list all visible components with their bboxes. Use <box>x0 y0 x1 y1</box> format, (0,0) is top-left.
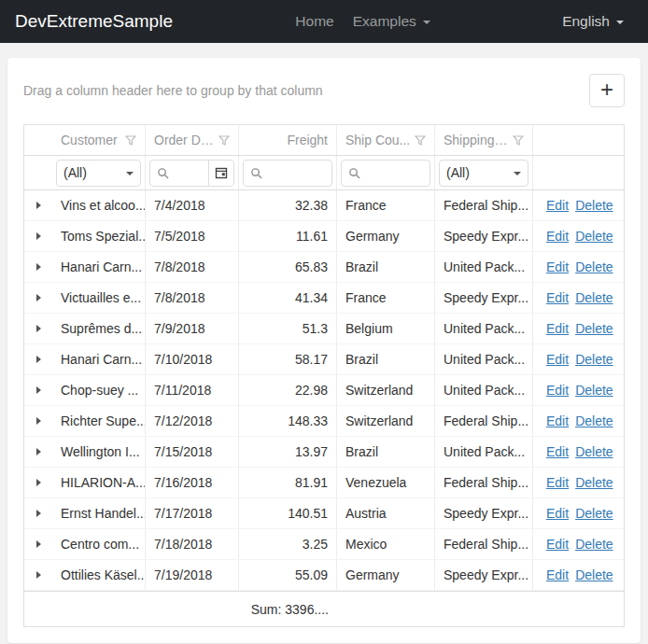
freight-cell: 65.83 <box>239 252 337 282</box>
delete-link[interactable]: Delete <box>575 537 613 552</box>
order-date-cell: 7/17/2018 <box>146 498 239 528</box>
row-actions: Edit Delete <box>533 498 624 528</box>
shipping-company-cell: Federal Ship... <box>435 529 533 559</box>
ship-country-filter-input[interactable] <box>341 160 430 187</box>
language-selector[interactable]: English <box>553 13 633 30</box>
calendar-icon[interactable] <box>208 161 233 186</box>
freight-cell: 13.97 <box>239 437 337 467</box>
row-actions: Edit Delete <box>533 560 624 590</box>
search-icon <box>348 167 360 179</box>
delete-link[interactable]: Delete <box>575 444 613 459</box>
shipping-company-cell: United Pack... <box>435 252 533 282</box>
ship-country-cell: Germany <box>337 560 435 590</box>
edit-link[interactable]: Edit <box>546 383 569 398</box>
column-header-shipping-company[interactable]: Shipping ... <box>435 125 533 155</box>
expand-row-icon[interactable] <box>36 325 41 332</box>
filter-icon[interactable] <box>513 135 524 146</box>
expand-row-icon[interactable] <box>36 263 41 271</box>
column-header-order-date[interactable]: Order Date <box>146 125 239 155</box>
delete-link[interactable]: Delete <box>575 383 613 398</box>
column-header-customer[interactable]: Customer <box>52 125 146 155</box>
edit-link[interactable]: Edit <box>546 352 569 367</box>
filter-icon[interactable] <box>218 135 230 146</box>
edit-link[interactable]: Edit <box>546 537 569 552</box>
delete-link[interactable]: Delete <box>575 413 613 428</box>
nav-item-home[interactable]: Home <box>286 13 343 30</box>
table-row: Victuailles e... 7/8/2018 41.34 France S… <box>24 283 624 314</box>
expand-row-icon[interactable] <box>36 417 41 425</box>
table-row: Ernst Handel... 7/17/2018 140.51 Austria… <box>24 498 624 529</box>
row-actions: Edit Delete <box>533 375 624 405</box>
expand-row-icon[interactable] <box>36 479 41 486</box>
edit-link[interactable]: Edit <box>546 506 569 521</box>
edit-link[interactable]: Edit <box>546 567 569 582</box>
table-row: Suprêmes d... 7/9/2018 51.3 Belgium Unit… <box>24 314 624 344</box>
search-icon <box>157 167 169 179</box>
filter-icon[interactable] <box>125 135 136 146</box>
ship-country-cell: Brazil <box>337 344 435 374</box>
navbar-menu: Home Examples <box>286 13 439 30</box>
expand-row-icon[interactable] <box>36 386 41 394</box>
delete-link[interactable]: Delete <box>575 290 613 305</box>
delete-link[interactable]: Delete <box>575 321 613 336</box>
filter-cell-freight <box>239 156 337 189</box>
expand-cell <box>24 252 52 282</box>
navbar-brand[interactable]: DevExtremeSample <box>15 11 173 32</box>
data-grid: Customer Order Date Freight Ship Cou... … <box>23 124 625 627</box>
freight-cell: 32.38 <box>239 190 337 220</box>
nav-item-examples[interactable]: Examples <box>344 13 440 30</box>
delete-link[interactable]: Delete <box>575 475 613 490</box>
delete-link[interactable]: Delete <box>575 567 613 582</box>
customer-cell: Toms Spezial... <box>52 221 146 251</box>
edit-link[interactable]: Edit <box>546 444 569 459</box>
expand-row-icon[interactable] <box>36 294 41 301</box>
customer-filter-select[interactable]: (All) <box>56 160 141 187</box>
customer-filter-value: (All) <box>63 165 87 180</box>
column-header-ship-country[interactable]: Ship Cou... <box>337 125 435 155</box>
order-date-cell: 7/15/2018 <box>146 437 239 467</box>
freight-cell: 148.33 <box>239 406 337 436</box>
expand-row-icon[interactable] <box>36 448 41 455</box>
shipping-filter-select[interactable]: (All) <box>439 160 528 187</box>
edit-link[interactable]: Edit <box>546 321 569 336</box>
delete-link[interactable]: Delete <box>575 352 613 367</box>
freight-sum-total: Sum: 3396.... <box>239 592 337 626</box>
expand-row-icon[interactable] <box>36 540 41 548</box>
expand-row-icon[interactable] <box>36 356 41 363</box>
delete-link[interactable]: Delete <box>575 198 613 213</box>
row-actions: Edit Delete <box>533 468 624 497</box>
edit-link[interactable]: Edit <box>546 198 569 213</box>
table-row: Centro com... 7/18/2018 3.25 Mexico Fede… <box>24 529 624 560</box>
order-date-cell: 7/12/2018 <box>146 406 239 436</box>
group-panel[interactable]: Drag a column header here to group by th… <box>23 83 323 98</box>
delete-link[interactable]: Delete <box>575 506 613 521</box>
expand-row-icon[interactable] <box>36 232 41 240</box>
ship-country-cell: Belgium <box>337 314 435 343</box>
freight-filter-input[interactable] <box>243 160 332 187</box>
expand-row-icon[interactable] <box>36 571 41 579</box>
edit-link[interactable]: Edit <box>546 290 569 305</box>
expand-row-icon[interactable] <box>36 510 41 517</box>
expand-cell <box>24 375 52 405</box>
row-actions: Edit Delete <box>533 437 624 467</box>
grid-toolbar: Drag a column header here to group by th… <box>23 74 625 107</box>
order-date-cell: 7/18/2018 <box>146 529 239 559</box>
customer-cell: Richter Supe... <box>52 406 146 436</box>
shipping-company-cell: United Pack... <box>435 437 533 467</box>
delete-link[interactable]: Delete <box>575 229 613 244</box>
edit-link[interactable]: Edit <box>546 413 569 428</box>
add-row-button[interactable]: + <box>589 74 625 107</box>
filter-cell-ship-country <box>337 156 435 189</box>
column-header-freight[interactable]: Freight <box>239 125 337 155</box>
delete-link[interactable]: Delete <box>575 259 613 274</box>
filter-icon[interactable] <box>415 135 426 146</box>
edit-link[interactable]: Edit <box>546 259 569 274</box>
expand-row-icon[interactable] <box>36 202 41 209</box>
edit-link[interactable]: Edit <box>546 475 569 490</box>
expand-cell <box>24 190 52 220</box>
order-date-cell: 7/8/2018 <box>146 283 239 313</box>
language-label: English <box>562 13 610 30</box>
edit-link[interactable]: Edit <box>546 229 569 244</box>
order-date-filter-input[interactable] <box>149 160 234 187</box>
freight-cell: 140.51 <box>239 498 337 528</box>
